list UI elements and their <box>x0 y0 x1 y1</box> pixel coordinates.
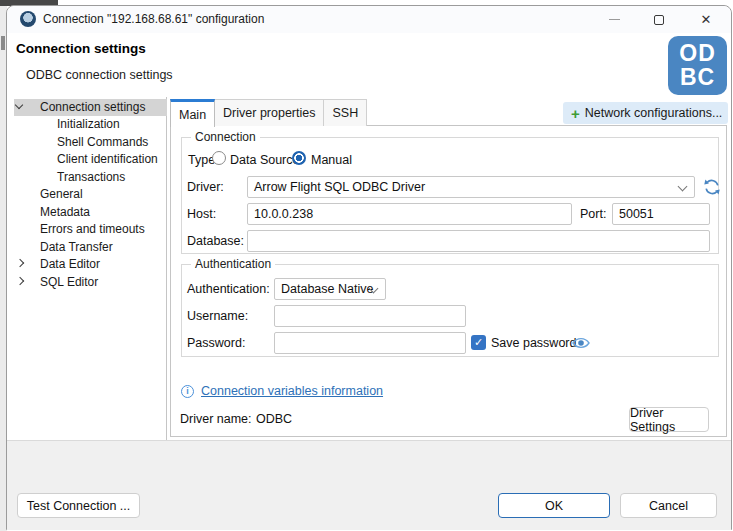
minimize-icon <box>609 19 620 20</box>
driver-name-value: ODBC <box>256 412 292 426</box>
page-title: Connection settings <box>16 41 146 56</box>
driver-name-label: Driver name: <box>180 412 252 426</box>
driver-select[interactable]: Arrow Flight SQL ODBC Driver <box>247 176 695 198</box>
port-label: Port: <box>580 207 606 221</box>
sidebar-item-label: Errors and timeouts <box>40 222 145 236</box>
manual-radio[interactable] <box>292 151 306 165</box>
save-password-checkbox[interactable]: ✓ <box>471 335 486 350</box>
chevron-right-icon[interactable] <box>16 259 24 267</box>
sidebar-item-label: Data Editor <box>40 257 100 271</box>
info-icon-glyph: i <box>186 386 189 396</box>
sidebar-item-sql-editor[interactable]: SQL Editor <box>7 274 167 291</box>
close-button[interactable]: ✕ <box>684 6 728 33</box>
tab-bar: Main Driver properties SSH <box>170 99 367 126</box>
show-password-eye-icon[interactable] <box>572 336 590 350</box>
info-icon: i <box>181 385 194 398</box>
sidebar-item-label: General <box>40 187 83 201</box>
sidebar-item-client-identification[interactable]: Client identification <box>7 151 167 168</box>
sidebar-item-initialization[interactable]: Initialization <box>7 116 167 133</box>
check-icon: ✓ <box>474 336 483 348</box>
window-title: Connection "192.168.68.61" configuration <box>43 6 264 33</box>
authentication-select[interactable]: Database Native <box>274 278 386 300</box>
close-icon: ✕ <box>701 12 712 27</box>
authentication-groupbox-legend: Authentication <box>191 257 275 271</box>
maximize-button[interactable] <box>637 6 681 33</box>
manual-radio-label[interactable]: Manual <box>311 153 352 167</box>
username-label: Username: <box>187 309 248 323</box>
minimize-button[interactable] <box>592 6 636 33</box>
sidebar-item-data-editor[interactable]: Data Editor <box>7 256 167 273</box>
connection-groupbox-legend: Connection <box>191 130 260 144</box>
host-label: Host: <box>187 207 216 221</box>
maximize-icon <box>654 15 664 25</box>
sidebar-item-shell-commands[interactable]: Shell Commands <box>7 134 167 151</box>
driver-settings-button[interactable]: Driver Settings <box>629 407 709 432</box>
driver-label: Driver: <box>187 180 224 194</box>
data-source-radio-label[interactable]: Data Source <box>230 153 299 167</box>
save-password-label[interactable]: Save password <box>491 336 576 350</box>
network-configurations-label: Network configurations... <box>585 106 723 120</box>
password-label: Password: <box>187 336 245 350</box>
odbc-logo-line2: BC <box>668 65 727 89</box>
sidebar-item-label: Transactions <box>57 170 125 184</box>
ok-button[interactable]: OK <box>498 493 610 518</box>
refresh-drivers-icon[interactable] <box>702 177 722 197</box>
data-source-radio[interactable] <box>212 151 226 165</box>
sidebar-item-label: Metadata <box>40 205 90 219</box>
network-configurations-button[interactable]: + Network configurations... <box>563 102 728 124</box>
database-input[interactable] <box>247 230 710 252</box>
sidebar-item-label: Initialization <box>57 117 120 131</box>
sidebar-item-label: SQL Editor <box>40 275 98 289</box>
connection-variables-link[interactable]: Connection variables information <box>201 384 383 398</box>
authentication-select-value: Database Native <box>281 282 373 296</box>
background-app-text-fragment <box>1 36 5 50</box>
port-input[interactable] <box>612 203 710 225</box>
cancel-button[interactable]: Cancel <box>620 493 717 518</box>
authentication-label: Authentication: <box>187 282 270 296</box>
sidebar-item-label: Client identification <box>57 152 158 166</box>
username-input[interactable] <box>274 305 466 327</box>
sidebar-item-label: Shell Commands <box>57 135 148 149</box>
tab-ssh[interactable]: SSH <box>324 99 367 126</box>
sidebar-item-errors-and-timeouts[interactable]: Errors and timeouts <box>7 221 167 238</box>
sidebar-item-label: Data Transfer <box>40 240 113 254</box>
sidebar-item-data-transfer[interactable]: Data Transfer <box>7 239 167 256</box>
sidebar-item-label: Connection settings <box>40 100 145 114</box>
sidebar-item-connection-settings[interactable]: Connection settings <box>7 99 167 116</box>
test-connection-button[interactable]: Test Connection ... <box>17 493 140 518</box>
settings-tree-sidebar: Connection settings Initialization Shell… <box>7 97 167 440</box>
plus-icon: + <box>571 106 580 121</box>
sidebar-item-metadata[interactable]: Metadata <box>7 204 167 221</box>
chevron-down-icon <box>678 182 688 192</box>
sidebar-item-general[interactable]: General <box>7 186 167 203</box>
dbeaver-app-icon <box>20 11 36 27</box>
database-label: Database: <box>187 234 244 248</box>
driver-select-value: Arrow Flight SQL ODBC Driver <box>254 180 425 194</box>
odbc-logo: OD BC <box>668 36 727 95</box>
tab-main[interactable]: Main <box>170 99 215 127</box>
screenshot-stage: Connection "192.168.68.61" configuration… <box>0 0 733 531</box>
password-input[interactable] <box>274 332 466 354</box>
host-input[interactable] <box>247 203 572 225</box>
chevron-right-icon[interactable] <box>16 277 24 285</box>
tab-driver-properties[interactable]: Driver properties <box>215 99 324 126</box>
page-subtitle: ODBC connection settings <box>26 68 173 82</box>
odbc-logo-line1: OD <box>668 41 727 65</box>
sidebar-item-transactions[interactable]: Transactions <box>7 169 167 186</box>
